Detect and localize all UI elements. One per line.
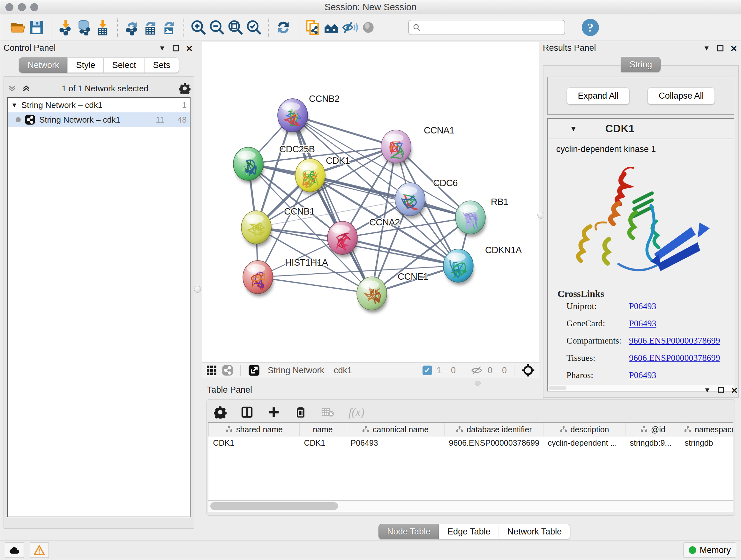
collapse-all-icon[interactable] xyxy=(7,84,17,93)
table-panel: Table Panel ▼ × f(x) shared namenamecano… xyxy=(196,385,741,522)
zoom-out-button[interactable] xyxy=(208,17,226,37)
search-input[interactable] xyxy=(423,23,561,33)
zoom-fit-content-button[interactable] xyxy=(226,17,245,37)
network-node-rb1[interactable] xyxy=(455,201,486,237)
save-session-button[interactable] xyxy=(27,17,46,37)
zoom-in-button[interactable] xyxy=(189,17,208,37)
zoom-selected-region-button[interactable] xyxy=(245,17,263,37)
grid-view-button[interactable] xyxy=(206,365,217,376)
cloud-status-button[interactable] xyxy=(5,543,24,558)
collapse-entry-icon[interactable]: ▼ xyxy=(569,124,577,133)
network-collection-row[interactable]: ▼ String Network – cdk1 1 xyxy=(8,98,190,112)
tab-sets[interactable]: Sets xyxy=(145,57,179,73)
column-header-canonicalname[interactable]: canonical name xyxy=(346,423,445,436)
float-panel-icon[interactable] xyxy=(173,45,179,51)
tab-select[interactable]: Select xyxy=(104,57,144,73)
network-node-ccnb1[interactable] xyxy=(241,211,272,247)
left-splitter-handle[interactable] xyxy=(194,286,201,293)
clone-network-button[interactable] xyxy=(304,17,322,37)
table-row[interactable]: CDK1CDK1P064939606.ENSP00000378699cyclin… xyxy=(209,436,734,449)
crosslink-link[interactable]: P06493 xyxy=(629,301,657,311)
close-window-button[interactable] xyxy=(5,3,13,11)
open-session-button[interactable] xyxy=(9,17,27,37)
delete-column-button[interactable] xyxy=(294,406,307,419)
network-node-cdkn1a[interactable] xyxy=(443,249,474,285)
tab-node-table[interactable]: Node Table xyxy=(379,524,439,539)
hide-selected-button[interactable] xyxy=(340,17,359,37)
memory-button[interactable]: Memory xyxy=(683,543,736,558)
scrollbar-thumb[interactable] xyxy=(210,502,338,510)
tree-expander-icon[interactable]: ▼ xyxy=(11,102,17,109)
panel-menu-icon[interactable]: ▼ xyxy=(704,386,711,394)
crosslink-link[interactable]: P06493 xyxy=(629,370,657,380)
table-cell[interactable]: CDK1 xyxy=(300,436,346,449)
minimize-window-button[interactable] xyxy=(18,3,26,11)
tab-style[interactable]: Style xyxy=(67,57,104,73)
close-panel-icon[interactable]: × xyxy=(731,387,738,393)
import-table-from-file-button[interactable] xyxy=(93,17,112,37)
tab-string[interactable]: String xyxy=(621,57,661,72)
column-header-id[interactable]: @id xyxy=(625,423,680,436)
table-settings-button[interactable] xyxy=(214,406,226,419)
export-table-button[interactable] xyxy=(141,17,160,37)
tab-network[interactable]: Network xyxy=(19,57,67,73)
table-horizontal-scrollbar[interactable] xyxy=(208,501,733,512)
hierarchy-icon xyxy=(225,426,233,433)
add-column-button[interactable] xyxy=(267,406,280,419)
table-cell[interactable]: 9606.ENSP00000378699 xyxy=(445,436,543,449)
column-header-sharedname[interactable]: shared name xyxy=(209,423,300,436)
crosslink-link[interactable]: 9606.ENSP00000378699 xyxy=(629,353,720,363)
zoom-window-button[interactable] xyxy=(30,3,38,11)
network-node-ccna1[interactable] xyxy=(381,130,412,166)
column-header-databaseidentifier[interactable]: database identifier xyxy=(445,423,543,436)
show-network-overview-button[interactable] xyxy=(322,17,340,37)
crosslink-link[interactable]: P06493 xyxy=(629,318,657,328)
export-network-button[interactable] xyxy=(123,17,141,37)
gear-icon[interactable] xyxy=(179,83,191,94)
network-node-cdk1[interactable] xyxy=(295,159,326,195)
network-row[interactable]: String Network – cdk1 11 48 xyxy=(8,112,190,127)
birds-eye-toggle-button[interactable] xyxy=(522,364,535,377)
export-image-button[interactable] xyxy=(160,17,179,37)
network-node-ccnb2[interactable] xyxy=(278,99,308,135)
table-cell[interactable]: P06493 xyxy=(346,436,445,449)
help-button[interactable]: ? xyxy=(582,19,599,36)
tab-network-table[interactable]: Network Table xyxy=(499,524,570,539)
show-all-button[interactable] xyxy=(359,17,378,37)
show-columns-button[interactable] xyxy=(241,406,253,419)
float-panel-icon[interactable] xyxy=(718,387,724,393)
column-header-name[interactable]: name xyxy=(300,423,346,436)
table-cell[interactable]: stringdb:9... xyxy=(625,436,680,449)
float-panel-icon[interactable] xyxy=(717,45,724,51)
close-panel-icon[interactable]: × xyxy=(731,45,737,51)
warnings-button[interactable] xyxy=(30,543,49,558)
table-cell[interactable]: CDK1 xyxy=(209,436,300,449)
network-node-ccne1[interactable] xyxy=(357,277,387,313)
import-network-from-database-button[interactable] xyxy=(75,17,93,37)
network-edge[interactable] xyxy=(248,146,396,164)
expand-all-icon[interactable] xyxy=(21,84,31,93)
delete-table-icon xyxy=(321,406,334,419)
apply-function-button[interactable]: f(x) xyxy=(348,406,364,419)
selected-checkbox-icon[interactable]: ✓ xyxy=(422,366,432,375)
panel-menu-icon[interactable]: ▼ xyxy=(158,44,165,52)
apply-preferred-layout-button[interactable] xyxy=(274,17,293,37)
table-cell[interactable]: stringdb xyxy=(680,436,734,449)
network-node-hist1h1a[interactable] xyxy=(243,260,273,297)
crosslink-link[interactable]: 9606.ENSP00000378699 xyxy=(629,335,720,346)
network-edge[interactable] xyxy=(258,277,372,294)
column-header-description[interactable]: description xyxy=(543,423,625,436)
network-canvas[interactable]: CCNB2CCNA1CDC25BCDK1CDC6RB1CCNB1CCNA2CDK… xyxy=(202,42,539,362)
table-cell[interactable]: cyclin-dependent ... xyxy=(543,436,625,449)
string-view-button[interactable] xyxy=(222,365,233,376)
delete-table-button[interactable] xyxy=(321,406,334,419)
expand-all-button[interactable]: Expand All xyxy=(567,87,630,105)
collapse-all-button[interactable]: Collapse All xyxy=(648,87,715,105)
column-header-namespace[interactable]: namespace xyxy=(680,423,734,436)
detach-view-button[interactable] xyxy=(248,364,260,376)
network-node-cdc25b[interactable] xyxy=(233,147,264,183)
close-panel-icon[interactable]: × xyxy=(186,45,192,51)
import-network-from-file-button[interactable] xyxy=(57,17,75,37)
panel-menu-icon[interactable]: ▼ xyxy=(703,44,710,52)
tab-edge-table[interactable]: Edge Table xyxy=(439,524,499,539)
